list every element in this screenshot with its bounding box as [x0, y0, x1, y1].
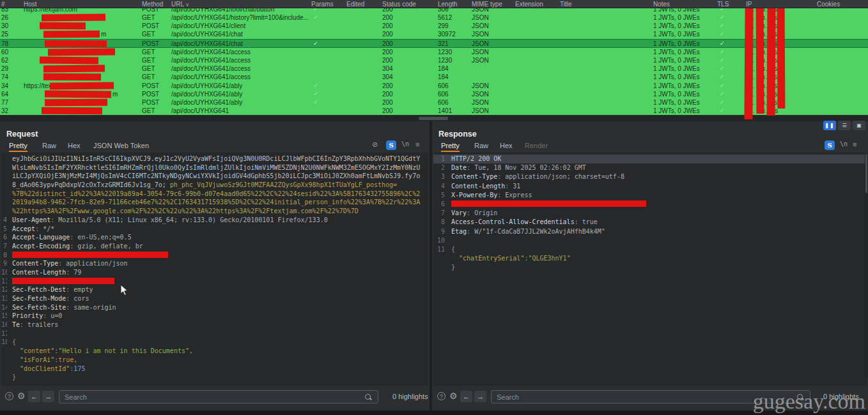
column-header-notes[interactable]: Notes — [653, 0, 670, 8]
code-token: "chatEntrySerial" — [459, 255, 524, 262]
table-row[interactable]: 34https://textjaPOST/api/doc/UYHXG641/ab… — [0, 82, 868, 90]
host-redaction-bar — [50, 82, 114, 89]
newline-icon[interactable]: \n — [840, 140, 848, 147]
syntax-highlight-icon[interactable]: S — [825, 140, 835, 150]
cell-url: /api/doc/UYHXG641/access — [171, 48, 251, 56]
syntax-highlight-icon[interactable]: S — [386, 140, 396, 150]
line-number: 17 — [1, 329, 7, 338]
pause-intercept-button[interactable]: ❚❚ — [823, 121, 836, 130]
editor-line: 12Sec-Fetch-Dest: empty — [1, 285, 428, 294]
editor-line: "content":"Hello i am not in this Docume… — [1, 347, 428, 356]
code-token: en-US,en;q=0.5 — [77, 234, 131, 241]
column-header-cookies[interactable]: Cookies — [817, 0, 840, 8]
column-header-host[interactable]: Host — [24, 0, 37, 8]
code-token: Accept — [12, 225, 35, 232]
cell-url: /api/doc/UYHXG641/access — [171, 64, 251, 73]
host-redaction-bar — [45, 99, 107, 107]
cell-notes: 1 JWTs, 0 JWEs — [653, 13, 700, 22]
table-horizontal-scrollbar[interactable] — [0, 116, 868, 121]
editor-line: 4Content-Length: 31 — [433, 182, 867, 191]
line-number: 14 — [1, 303, 7, 312]
table-row[interactable]: 29GET/api/doc/UYHXG641/access3041841 JWT… — [0, 64, 868, 73]
column-header-extension[interactable]: Extension — [515, 0, 543, 8]
ip-redaction-bar — [777, 8, 786, 109]
code-token: } — [12, 374, 16, 381]
code-token: , — [189, 347, 193, 354]
code-token: Tue, 18 Nov 2025 02:26:02 GMT — [474, 164, 586, 171]
code-token: "isForAi" — [20, 356, 54, 363]
menu-icon[interactable]: ≡ — [853, 140, 856, 148]
host-redaction-bar — [43, 73, 101, 81]
scrollbar-thumb[interactable] — [419, 117, 448, 120]
editor-line: 11{ — [433, 245, 867, 254]
editor-line: iLCJpYXQiOjE3NjMzMzI4MjQsImV4cCI6MTc2NTk… — [1, 172, 428, 181]
line-number: 18 — [1, 338, 7, 347]
code-token: : — [497, 192, 505, 199]
cell-method: GET — [142, 30, 155, 38]
tls-check-icon: ✓ — [720, 90, 725, 98]
column-header-url[interactable]: URL ∨ — [171, 0, 189, 9]
column-header-length[interactable]: Length — [438, 0, 458, 8]
column-header-params[interactable]: Params — [311, 0, 333, 8]
table-row[interactable]: 62GET/api/doc/UYHXG641/access2001230JSON… — [0, 56, 868, 64]
search-input[interactable] — [59, 390, 378, 404]
search-next-button[interactable]: → — [474, 391, 486, 402]
maximize-layout-button[interactable]: ▣ — [853, 121, 865, 130]
newline-icon[interactable]: \n — [401, 140, 409, 147]
column-header-tls[interactable]: TLS — [717, 0, 729, 8]
code-token: Date — [451, 164, 467, 171]
request-editor[interactable]: eyJhbGciOiJIUzI1NiIsInR5cCI6IkpXVCJ9.eyJ… — [1, 153, 428, 386]
code-token: Te — [12, 321, 20, 328]
gear-icon[interactable]: ⚙ — [449, 391, 458, 401]
help-icon[interactable]: ? — [5, 392, 13, 400]
editor-line: 5Accept: */* — [1, 225, 428, 234]
column-header-ip[interactable]: IP — [746, 0, 752, 8]
gear-icon[interactable]: ⚙ — [17, 391, 26, 401]
table-row[interactable]: 60GET/api/doc/UYHXG641/access2001230JSON… — [0, 48, 868, 56]
mouse-cursor — [120, 284, 128, 296]
cell-status-code: 304 — [382, 73, 393, 81]
column-header-edited[interactable]: Edited — [346, 0, 364, 8]
cell-status-code: 200 — [382, 98, 393, 107]
syntax-highlight-icon-glyph: S — [825, 140, 835, 150]
search-prev-button[interactable]: ← — [460, 391, 472, 402]
hide-icon[interactable]: ⊘ — [372, 140, 378, 149]
column-header-title[interactable]: Title — [560, 0, 572, 8]
code-token: 31 — [513, 183, 520, 190]
editor-line: WlsLmNvbSIsImF2YXRhcktleSI6ImRHZmRrQjl0U… — [1, 163, 428, 172]
scrollbar-thumb[interactable] — [865, 155, 867, 193]
table-row[interactable]: 77POST/api/doc/UYHXG641/ably✓200606JSON1… — [0, 98, 868, 107]
cell-length: 606 — [438, 98, 449, 107]
table-row[interactable]: 32GET/api/doc/UYHXG6412001401JSON1 JWTs,… — [0, 107, 868, 115]
cell-url: /api/doc/UYHXG641/ably — [171, 90, 242, 98]
request-search-bar: ? ⚙ ← → 0 highlights — [0, 386, 430, 407]
table-row[interactable]: 83https://textjam.comPOST/api/doc/UYHXG6… — [0, 8, 868, 13]
table-row[interactable]: 26GET/api/doc/UYHXG641/history?limit=100… — [0, 13, 868, 22]
cell-length: 1230 — [438, 56, 452, 64]
code-token: : — [505, 183, 513, 190]
table-row[interactable]: 64mPOST/api/doc/UYHXG641/ably✓200606JSON… — [0, 90, 868, 98]
table-row[interactable]: 74GET/api/doc/UYHXG641/access3041841 JWT… — [0, 73, 868, 81]
table-row[interactable]: 30POST/api/doc/UYHXG641/client200299JSON… — [0, 22, 868, 30]
table-row[interactable]: 25mGET/api/doc/UYHXG641/chat20030972JSON… — [0, 30, 868, 38]
cell-url: /api/doc/UYHXG641/access — [171, 56, 251, 64]
column-header-status[interactable]: Status code — [382, 0, 416, 8]
cell-length: 5612 — [438, 13, 452, 22]
menu-icon[interactable]: ≡ — [415, 140, 419, 148]
column-header-mime[interactable]: MIME type — [472, 0, 502, 8]
code-token: application/json; charset=utf-8 — [505, 173, 624, 180]
code-token: Priority — [12, 312, 43, 319]
response-editor[interactable]: 1HTTP/2 200 OK2Date: Tue, 18 Nov 2025 02… — [433, 153, 867, 386]
search-prev-button[interactable]: ← — [28, 391, 40, 402]
column-header-num[interactable]: # — [1, 0, 5, 8]
table-row[interactable]: 78POST/api/doc/UYHXG641/chat✓200321JSON1… — [0, 39, 868, 48]
cell-method: POST — [142, 40, 159, 48]
response-vertical-scrollbar[interactable] — [865, 155, 868, 378]
code-token: : — [497, 173, 505, 180]
line-number: 10 — [433, 236, 445, 245]
cell-notes: 1 JWTs, 0 JWEs — [653, 98, 700, 107]
split-layout-button[interactable]: ☰ — [838, 121, 851, 130]
column-header-method[interactable]: Method — [142, 0, 163, 8]
help-icon[interactable]: ? — [437, 392, 446, 400]
search-next-button[interactable]: → — [42, 391, 54, 402]
